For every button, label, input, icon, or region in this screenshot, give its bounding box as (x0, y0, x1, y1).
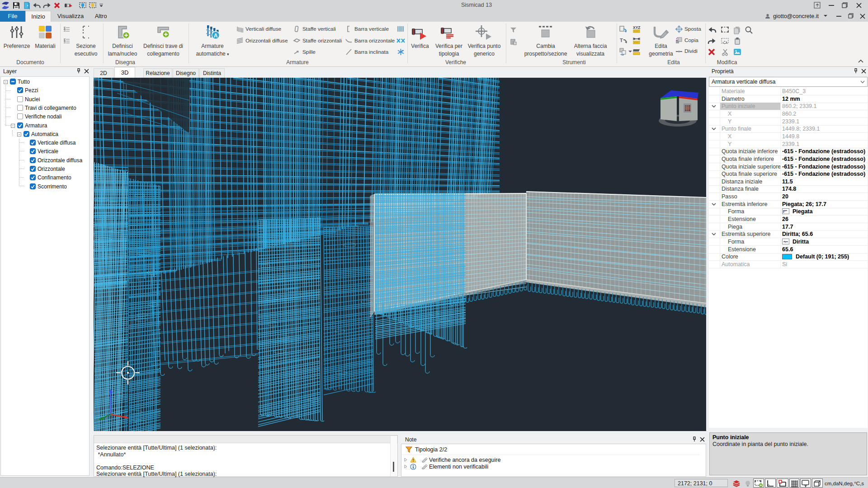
svg-text:XYZ: XYZ (633, 25, 641, 30)
svg-text:A: A (214, 33, 218, 39)
svg-text:T: T (620, 38, 623, 43)
